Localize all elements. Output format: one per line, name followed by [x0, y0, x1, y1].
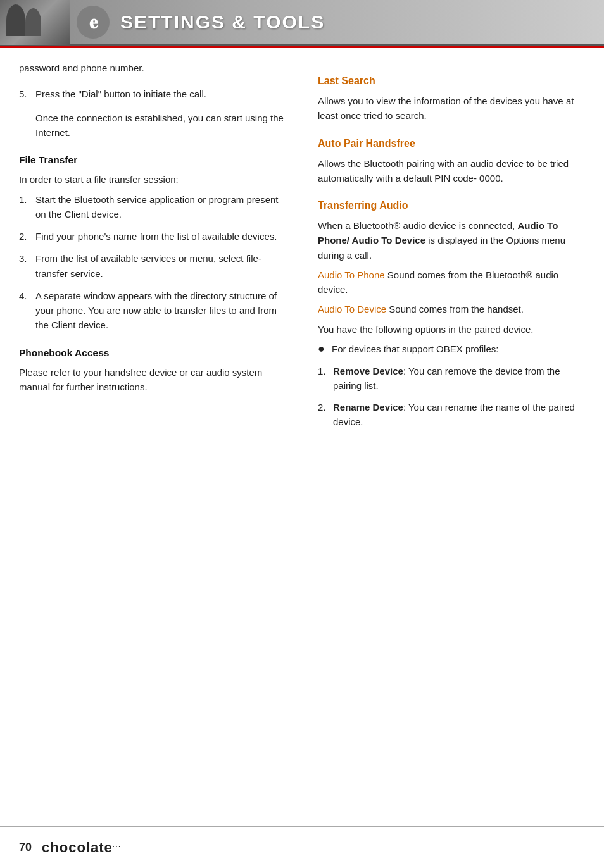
- page-number: 70: [19, 839, 32, 856]
- phonebook-body: Please refer to your handsfree device or…: [19, 365, 286, 395]
- audio-to-device-label: Audio To Device: [318, 304, 386, 314]
- brand-text: chocolate: [42, 840, 113, 855]
- page-title: SETTINGS & TOOLS: [120, 8, 325, 36]
- audio-to-device-para: Audio To Device Sound comes from the han…: [318, 302, 585, 316]
- phonebook-title: Phonebook Access: [19, 345, 286, 360]
- ft-step1: 1. Start the Bluetooth service applicati…: [19, 192, 286, 222]
- header-image: [0, 0, 70, 45]
- obex-text: For devices that support OBEX profiles:: [332, 342, 498, 356]
- brand-dots: ...: [113, 841, 122, 848]
- ta-intro-text: When a Bluetooth® audio device is connec…: [318, 220, 515, 231]
- last-search-body: Allows you to view the information of th…: [318, 94, 585, 123]
- remove-device-item: 1. Remove Device: You can remove the dev…: [318, 364, 585, 394]
- device-options-list: 1. Remove Device: You can remove the dev…: [318, 364, 585, 429]
- rename-bold: Rename Device: [333, 402, 403, 412]
- remove-num: 1.: [318, 364, 333, 378]
- bluetooth-icon: 𝐞: [76, 3, 114, 41]
- ft-step2-text: Find your phone's name from the list of …: [35, 229, 286, 244]
- ft-step3: 3. From the list of available services o…: [19, 251, 286, 281]
- audio-to-phone-label: Audio To Phone: [318, 270, 385, 280]
- step5-text: Press the "Dial" button to initiate the …: [35, 87, 286, 101]
- ft-step3-num: 3.: [19, 251, 35, 266]
- auto-pair-body: Allows the Bluetooth pairing with an aud…: [318, 156, 585, 186]
- obex-bullet-list: ● For devices that support OBEX profiles…: [318, 342, 585, 356]
- svg-text:𝐞: 𝐞: [89, 11, 99, 32]
- ft-step1-num: 1.: [19, 192, 35, 207]
- last-search-title: Last Search: [318, 73, 585, 89]
- transferring-audio-intro: When a Bluetooth® audio device is connec…: [318, 218, 585, 263]
- step5-continuation: Once the connection is established, you …: [35, 111, 286, 140]
- file-transfer-title: File Transfer: [19, 152, 286, 167]
- ft-step2: 2. Find your phone's name from the list …: [19, 229, 286, 244]
- file-transfer-steps: 1. Start the Bluetooth service applicati…: [19, 192, 286, 333]
- ft-step3-text: From the list of available services or m…: [35, 251, 286, 281]
- ft-step2-num: 2.: [19, 229, 35, 244]
- remove-bold: Remove Device: [333, 366, 403, 376]
- ft-step4: 4. A separate window appears with the di…: [19, 288, 286, 333]
- intro-text: password and phone number.: [19, 61, 286, 75]
- audio-to-phone-para: Audio To Phone Sound comes from the Blue…: [318, 268, 585, 297]
- ft-step4-num: 4.: [19, 288, 35, 303]
- right-column: Last Search Allows you to view the infor…: [311, 61, 585, 437]
- step5-number: 5.: [19, 87, 35, 101]
- auto-pair-title: Auto Pair Handsfree: [318, 136, 585, 151]
- obex-bullet-item: ● For devices that support OBEX profiles…: [318, 342, 585, 356]
- step5-item: 5. Press the "Dial" button to initiate t…: [19, 87, 286, 101]
- page-header: 𝐞 SETTINGS & TOOLS: [0, 0, 604, 46]
- main-content: password and phone number. 5. Press the …: [0, 48, 604, 456]
- step5-list: 5. Press the "Dial" button to initiate t…: [19, 87, 286, 101]
- rename-device-item: 2. Rename Device: You can rename the nam…: [318, 400, 585, 430]
- remove-text: Remove Device: You can remove the device…: [333, 364, 585, 394]
- page-footer: 70 chocolate...: [0, 826, 604, 868]
- file-transfer-intro: In order to start a file transfer sessio…: [19, 172, 286, 187]
- options-intro: You have the following options in the pa…: [318, 322, 585, 337]
- left-column: password and phone number. 5. Press the …: [19, 61, 293, 437]
- ft-step4-text: A separate window appears with the direc…: [35, 288, 286, 333]
- brand-name: chocolate...: [42, 837, 122, 858]
- audio-to-device-body: Sound comes from the handset.: [386, 304, 524, 314]
- bullet-icon: ●: [318, 342, 332, 356]
- ft-step1-text: Start the Bluetooth service application …: [35, 192, 286, 222]
- rename-num: 2.: [318, 400, 333, 414]
- rename-text: Rename Device: You can rename the name o…: [333, 400, 585, 430]
- transferring-audio-title: Transferring Audio: [318, 198, 585, 213]
